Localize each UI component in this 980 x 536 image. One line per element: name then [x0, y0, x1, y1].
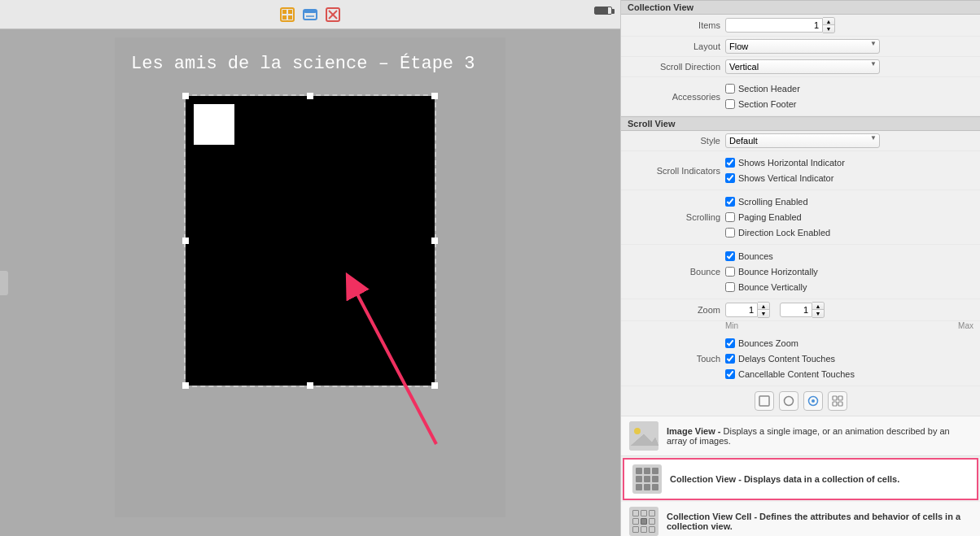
handle-bottom-left[interactable] [182, 382, 189, 389]
section-footer-row: Section Footer [725, 97, 800, 111]
bounce-vertically-label: Bounce Vertically [738, 282, 807, 292]
svg-point-22 [634, 428, 641, 434]
collection-view-box[interactable] [184, 94, 436, 387]
library-item-collection-view[interactable]: Collection View - Displays data in a col… [623, 458, 978, 500]
scroll-direction-row: Scroll Direction Vertical [621, 57, 980, 77]
cvc-cell-2 [641, 510, 647, 516]
cv-cell-3 [652, 468, 658, 474]
section-header-label: Section Header [738, 84, 800, 94]
zoom-max-decrement[interactable]: ▼ [812, 310, 824, 317]
handle-bottom-center[interactable] [307, 382, 313, 389]
zoom-max-stepper[interactable]: ▲ ▼ [780, 302, 825, 318]
cv-cell-6 [652, 476, 658, 482]
items-input[interactable] [725, 18, 823, 33]
zoom-min-stepper-buttons[interactable]: ▲ ▼ [758, 302, 770, 318]
library-item-image-view[interactable]: Image View - Displays a single image, or… [621, 416, 980, 456]
image-view-icon [629, 421, 658, 451]
layout-select-wrapper: Flow [725, 39, 880, 54]
scroll-view-section-header: Scroll View [621, 116, 980, 131]
cancellable-content-touches-checkbox[interactable] [725, 369, 735, 379]
zoom-min-stepper[interactable]: ▲ ▼ [725, 302, 770, 318]
zoom-max-stepper-buttons[interactable]: ▲ ▼ [812, 302, 825, 318]
cv-cell-7 [636, 484, 642, 490]
library-item-collection-view-cell[interactable]: Collection View Cell - Defines the attri… [621, 502, 980, 536]
accessories-label: Accessories [628, 92, 725, 102]
divider-icon-3[interactable] [803, 391, 823, 411]
zoom-min-increment[interactable]: ▲ [758, 303, 769, 310]
zoom-min-decrement[interactable]: ▼ [758, 310, 769, 317]
bounce-vertically-row: Bounce Vertically [725, 280, 818, 294]
items-value: ▲ ▼ [725, 17, 973, 33]
bounce-vertically-checkbox[interactable] [725, 282, 735, 292]
exit-icon[interactable] [325, 7, 341, 23]
handle-top-right[interactable] [431, 93, 438, 99]
layout-row: Layout Flow [621, 37, 980, 57]
style-row: Style Default [621, 131, 980, 151]
style-label: Style [628, 136, 725, 146]
handle-top-left[interactable] [182, 93, 189, 99]
handle-bottom-right[interactable] [431, 382, 438, 389]
items-decrement[interactable]: ▼ [823, 25, 834, 33]
bounces-zoom-checkbox[interactable] [725, 338, 735, 348]
section-header-checkbox[interactable] [725, 84, 735, 94]
zoom-inputs: ▲ ▼ ▲ ▼ [725, 302, 825, 318]
scrolling-enabled-checkbox[interactable] [725, 197, 735, 207]
canvas-content: Les amis de la science – Étape 3 [0, 29, 620, 536]
paging-enabled-checkbox[interactable] [725, 212, 735, 222]
delays-content-touches-label: Delays Content Touches [738, 354, 835, 364]
direction-lock-checkbox[interactable] [725, 228, 735, 237]
scroll-indicators-row: Scroll Indicators Shows Horizontal Indic… [621, 151, 980, 190]
scroll-direction-select[interactable]: Vertical [725, 59, 880, 74]
items-increment[interactable]: ▲ [823, 18, 834, 25]
svg-point-14 [784, 397, 793, 406]
items-stepper[interactable]: ▲ ▼ [725, 17, 835, 33]
zoom-label: Zoom [628, 305, 725, 315]
style-select[interactable]: Default [725, 133, 880, 148]
screen-title: Les amis de la science – Étape 3 [115, 37, 505, 86]
handle-middle-right[interactable] [431, 237, 438, 244]
items-stepper-buttons[interactable]: ▲ ▼ [823, 17, 835, 33]
shows-vertical-checkbox[interactable] [725, 173, 735, 183]
divider-icon-1[interactable] [755, 391, 774, 411]
collection-view-cell-icon [629, 507, 658, 536]
layout-select[interactable]: Flow [725, 39, 880, 54]
collection-view-container[interactable] [184, 94, 436, 387]
direction-lock-row: Direction Lock Enabled [725, 225, 830, 240]
zoom-min-input[interactable] [725, 303, 758, 317]
bounce-horizontally-checkbox[interactable] [725, 267, 735, 277]
touch-row: Touch Bounces Zoom Delays Content Touche… [621, 332, 980, 386]
divider-icon-2[interactable] [779, 391, 798, 411]
scrolling-checkboxes: Scrolling Enabled Paging Enabled Directi… [725, 193, 830, 242]
collection-view-title: Collection View - Displays data in a col… [670, 474, 969, 484]
zoom-max-increment[interactable]: ▲ [812, 303, 824, 310]
left-edge-handle[interactable] [0, 271, 8, 295]
scrolling-label: Scrolling [628, 212, 725, 222]
paging-enabled-label: Paging Enabled [738, 212, 802, 222]
storyboard-icon[interactable] [279, 7, 295, 23]
handle-top-center[interactable] [307, 93, 313, 99]
touch-label: Touch [628, 354, 725, 364]
bounces-zoom-row: Bounces Zoom [725, 336, 855, 351]
scrolling-enabled-label: Scrolling Enabled [738, 197, 808, 207]
scroll-indicators-value: Shows Horizontal Indicator Shows Vertica… [725, 154, 973, 187]
divider-icons-row [621, 386, 980, 416]
divider-icon-4[interactable] [828, 391, 847, 411]
bounce-label: Bounce [628, 267, 725, 277]
section-footer-checkbox[interactable] [725, 99, 735, 109]
collection-view-cell-text: Collection View Cell - Defines the attri… [667, 512, 972, 531]
handle-middle-left[interactable] [182, 237, 189, 244]
shows-horizontal-checkbox[interactable] [725, 158, 735, 168]
delays-content-touches-checkbox[interactable] [725, 354, 735, 364]
viewcontroller-icon[interactable] [302, 7, 318, 23]
svg-rect-17 [833, 396, 837, 400]
cv-cell-5 [644, 476, 650, 482]
shows-horizontal-row: Shows Horizontal Indicator [725, 155, 845, 170]
battery-indicator [594, 7, 612, 15]
svg-point-16 [812, 399, 815, 403]
cv-cell-2 [644, 468, 650, 474]
bounces-checkbox[interactable] [725, 251, 735, 261]
zoom-max-input[interactable] [780, 303, 812, 317]
items-label: Items [628, 20, 725, 30]
layout-label: Layout [628, 41, 725, 51]
bounce-horizontally-label: Bounce Horizontally [738, 267, 818, 277]
